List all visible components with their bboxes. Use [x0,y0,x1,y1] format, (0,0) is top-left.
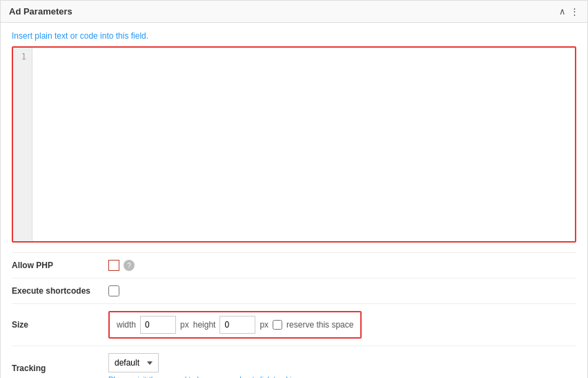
height-input[interactable] [219,316,255,334]
width-label: width [117,320,136,330]
allow-php-label: Allow PHP [12,261,108,270]
panel-title: Ad Parameters [9,6,72,17]
execute-shortcodes-row: Execute shortcodes [12,278,576,303]
width-input[interactable] [140,316,176,334]
collapse-icon[interactable]: ∧ [559,6,566,17]
size-row: Size width px height px reserve this spa… [12,303,576,346]
code-textarea[interactable] [32,48,575,241]
reserve-space-checkbox[interactable] [273,320,282,330]
width-px-label: px [180,320,189,330]
line-numbers: 1 [13,48,32,241]
tracking-label: Tracking [12,363,108,373]
panel-header: Ad Parameters ∧ ⋮ [1,1,587,23]
panel-body: Insert plain text or code into this fiel… [1,23,587,378]
allow-php-checkbox[interactable] [108,260,119,271]
tracking-select[interactable]: default none custom [108,353,159,372]
execute-shortcodes-control [108,285,119,296]
height-label: height [193,320,216,330]
reserve-space-label: reserve this space [286,320,353,330]
code-editor-wrapper: 1 [12,46,576,243]
execute-shortcodes-checkbox[interactable] [108,285,119,296]
ad-parameters-panel: Ad Parameters ∧ ⋮ Insert plain text or c… [0,0,588,378]
tracking-select-wrapper: default none custom [108,353,159,372]
tracking-control: default none custom Please visit the man… [108,353,302,378]
allow-php-row: Allow PHP ? [12,252,576,278]
allow-php-control: ? [108,260,135,271]
panel-controls: ∧ ⋮ [559,6,579,17]
tracking-note: Please visit the manual to learn more ab… [108,375,302,378]
size-label: Size [12,320,108,330]
more-icon[interactable]: ⋮ [570,6,579,17]
allow-php-help-icon[interactable]: ? [124,260,135,271]
tracking-row: Tracking default none custom Please visi… [12,346,576,378]
height-px-label: px [259,320,268,330]
size-box: width px height px reserve this space [108,311,362,339]
instruction-text: Insert plain text or code into this fiel… [12,31,576,41]
execute-shortcodes-label: Execute shortcodes [12,286,108,296]
